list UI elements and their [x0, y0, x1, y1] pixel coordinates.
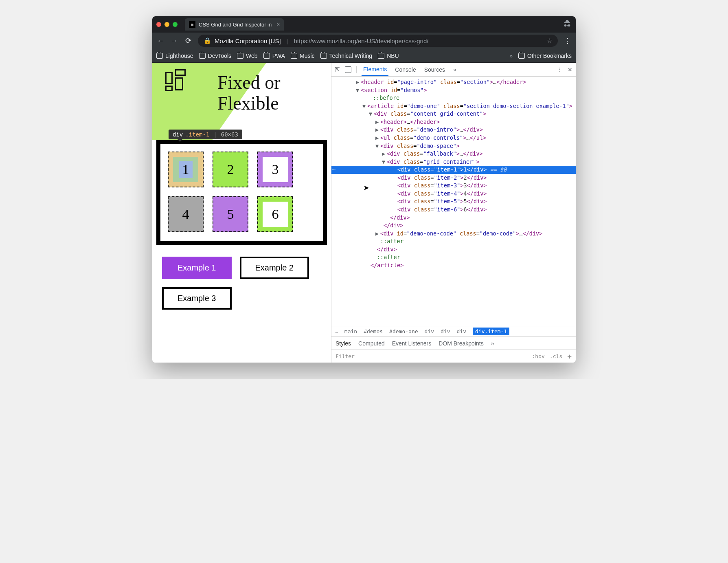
browser-tab[interactable]: m CSS Grid and Grid Inspector in ×: [185, 18, 284, 31]
bookmark-item[interactable]: NBU: [378, 53, 399, 59]
devtools-panel: ⇱ Elements Console Sources » ⋮ ✕ ▶<heade…: [331, 63, 576, 363]
example-button-3[interactable]: Example 3: [162, 287, 232, 310]
styles-tabs-overflow-icon[interactable]: »: [491, 340, 494, 347]
back-button[interactable]: ←: [156, 37, 164, 45]
maximize-window-button[interactable]: [173, 22, 178, 27]
dom-node[interactable]: ::after: [331, 238, 576, 246]
minimize-window-button[interactable]: [164, 22, 169, 27]
grid-item-1[interactable]: 1: [168, 152, 204, 187]
folder-icon: [237, 53, 243, 59]
inspect-element-icon[interactable]: ⇱: [335, 66, 340, 73]
dom-node[interactable]: ▶<div class="fallback">…</div>: [331, 150, 576, 158]
breadcrumb-item[interactable]: main: [344, 328, 357, 334]
dom-node[interactable]: <div class="item-2">2</div>: [331, 174, 576, 182]
breadcrumb-item-active[interactable]: div.item-1: [473, 328, 509, 335]
dom-node[interactable]: </div>: [331, 214, 576, 222]
bookmarks-overflow-icon[interactable]: »: [509, 53, 513, 59]
dom-node[interactable]: ▶<div id="demo-one-code" class="demo-cod…: [331, 230, 576, 238]
page-hero: Fixed or Flexible: [152, 63, 331, 140]
tab-console[interactable]: Console: [393, 64, 417, 75]
grid-item-3[interactable]: 3: [257, 152, 293, 187]
tab-title: CSS Grid and Grid Inspector in: [199, 22, 272, 28]
grid-container: 1 2 3 4 5 6: [168, 152, 316, 232]
styles-tab-event-listeners[interactable]: Event Listeners: [392, 340, 432, 347]
folder-icon: [263, 53, 270, 59]
hero-title: Fixed or Flexible: [217, 73, 281, 114]
dom-node[interactable]: ▼<div class="grid-container">: [331, 158, 576, 166]
omnibox[interactable]: 🔒 Mozilla Corporation [US] | https://www…: [198, 35, 558, 47]
bookmark-star-icon[interactable]: ☆: [547, 37, 552, 44]
grid-item-6[interactable]: 6: [257, 196, 293, 232]
dom-node[interactable]: ▼<div class="demo-space">: [331, 142, 576, 150]
inspect-tooltip: div.item-1 | 60×63: [169, 130, 242, 139]
example-button-2[interactable]: Example 2: [240, 257, 309, 279]
devtools-toolbar: ⇱ Elements Console Sources » ⋮ ✕: [331, 63, 576, 77]
cls-toggle[interactable]: .cls: [550, 353, 562, 359]
dom-node[interactable]: ::after: [331, 253, 576, 262]
styles-tab-styles[interactable]: Styles: [335, 340, 351, 347]
content-area: Fixed or Flexible div.item-1 | 60×63 1 2…: [152, 63, 576, 363]
dom-node[interactable]: ▼<article id="demo-one" class="section d…: [331, 102, 576, 110]
folder-icon: [518, 53, 525, 59]
filter-input[interactable]: Filter: [335, 353, 355, 359]
dom-node[interactable]: <div class="item-4">4</div>: [331, 190, 576, 198]
device-toolbar-icon[interactable]: [345, 66, 351, 73]
browser-menu-icon[interactable]: ⋮: [564, 36, 572, 45]
devtools-menu-icon[interactable]: ⋮: [557, 66, 563, 73]
address-bar: ← → ⟳ 🔒 Mozilla Corporation [US] | https…: [152, 33, 576, 49]
dom-node[interactable]: ▼<section id="demos">: [331, 86, 576, 95]
breadcrumb-item[interactable]: div: [425, 328, 434, 334]
dom-node[interactable]: ▼<div class="content grid-content">: [331, 110, 576, 118]
bookmark-item[interactable]: PWA: [263, 53, 285, 59]
styles-filter-row: Filter :hov .cls +: [331, 350, 576, 363]
bookmark-item[interactable]: Technical Writing: [320, 53, 373, 59]
rendered-page: Fixed or Flexible div.item-1 | 60×63 1 2…: [152, 63, 331, 363]
dom-node[interactable]: ▶<header id="page-intro" class="section"…: [331, 78, 576, 86]
styles-tab-dom-breakpoints[interactable]: DOM Breakpoints: [439, 340, 483, 347]
close-window-button[interactable]: [156, 22, 161, 27]
breadcrumb-item[interactable]: div: [457, 328, 466, 334]
reload-button[interactable]: ⟳: [184, 36, 192, 45]
dom-node[interactable]: <div class="item-5">5</div>: [331, 198, 576, 206]
example-button-1[interactable]: Example 1: [162, 257, 232, 279]
tab-close-icon[interactable]: ×: [276, 21, 280, 28]
tab-sources[interactable]: Sources: [423, 64, 447, 75]
dom-node[interactable]: <div class="item-3">3</div>: [331, 182, 576, 190]
dom-node[interactable]: </div>: [331, 222, 576, 230]
forward-button[interactable]: →: [170, 37, 178, 45]
bookmark-item[interactable]: Web: [237, 53, 258, 59]
grid-item-5[interactable]: 5: [213, 196, 248, 232]
dom-node[interactable]: ▶<ul class="demo-controls">…</ul>: [331, 134, 576, 142]
breadcrumbs: … main #demos #demo-one div div div div.…: [331, 326, 576, 336]
grid-item-4[interactable]: 4: [168, 196, 204, 232]
breadcrumb-item[interactable]: #demo-one: [389, 328, 418, 334]
bookmark-item[interactable]: Lighthouse: [156, 53, 193, 59]
add-style-icon[interactable]: +: [567, 352, 572, 361]
tab-elements[interactable]: Elements: [362, 64, 388, 76]
dom-node[interactable]: <div class="item-6">6</div>: [331, 206, 576, 214]
bookmark-item[interactable]: Music: [291, 53, 315, 59]
dom-node[interactable]: </div>: [331, 246, 576, 254]
dom-node[interactable]: ▶<header>…</header>: [331, 118, 576, 126]
breadcrumb-item[interactable]: #demos: [364, 328, 383, 334]
tabs-overflow-icon[interactable]: »: [452, 64, 458, 75]
grid-item-2[interactable]: 2: [213, 152, 248, 187]
hov-toggle[interactable]: :hov: [532, 353, 545, 359]
breadcrumb-item[interactable]: div: [441, 328, 450, 334]
dom-node[interactable]: ▶<div class="demo-intro">…</div>: [331, 126, 576, 134]
breadcrumb-item[interactable]: …: [335, 328, 338, 334]
other-bookmarks[interactable]: Other Bookmarks: [518, 53, 572, 59]
dom-node[interactable]: </article>: [331, 262, 576, 270]
bookmark-item[interactable]: DevTools: [199, 53, 232, 59]
dom-node[interactable]: ::before: [331, 94, 576, 102]
styles-tabs: Styles Computed Event Listeners DOM Brea…: [331, 336, 576, 350]
styles-tab-computed[interactable]: Computed: [358, 340, 385, 347]
url-path: https://www.mozilla.org/en-US/developer/…: [294, 37, 428, 44]
lock-icon: 🔒: [204, 37, 211, 44]
tooltip-class: .item-1: [185, 131, 209, 138]
dom-node[interactable]: <div class="item-1">1</div> == $0: [331, 166, 576, 174]
tooltip-element: div: [173, 131, 183, 138]
traffic-lights: [156, 22, 178, 27]
elements-tree[interactable]: ▶<header id="page-intro" class="section"…: [331, 77, 576, 326]
devtools-close-icon[interactable]: ✕: [568, 66, 572, 73]
